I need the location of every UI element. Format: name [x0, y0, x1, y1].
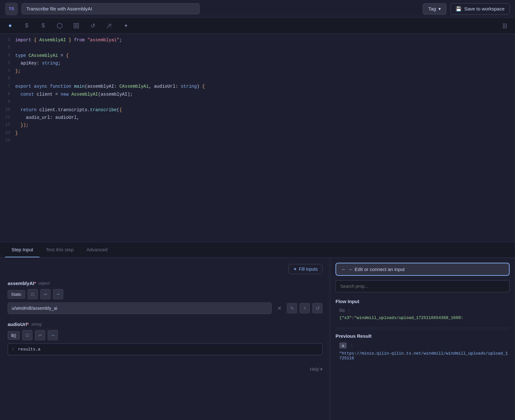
- assembly-ai-text-input[interactable]: [8, 302, 272, 314]
- flow-input-value-row: {"s3":"windmill_uploads/upload_172511665…: [335, 315, 510, 320]
- svg-rect-1: [77, 23, 79, 25]
- topbar-right: Tag ▾ 💾 Save to workspace: [423, 3, 510, 15]
- refresh-icon-btn[interactable]: ↺: [88, 21, 98, 31]
- app-logo: TS: [5, 3, 18, 15]
- code-editor[interactable]: 1 import { AssemblyAI } from "assemblyai…: [0, 34, 515, 242]
- flow-input-file-row: file :: [335, 308, 510, 313]
- audio-url-icon-btn-2[interactable]: ⇌: [35, 330, 45, 340]
- assembly-ai-static-badge: Static: [8, 290, 25, 299]
- wand-small-icon: ✦: [293, 267, 297, 272]
- tag-dropdown[interactable]: Tag ▾: [423, 3, 446, 15]
- tabs-bar: Step Input Test this step Advanced: [0, 242, 515, 258]
- fill-inputs-row: ✦ Fill inputs: [8, 264, 322, 274]
- divider: [335, 328, 510, 328]
- assembly-ai-clear-btn[interactable]: ✕: [274, 303, 284, 313]
- tab-advanced[interactable]: Advanced: [80, 242, 114, 257]
- step-input-content: ✦ Fill inputs assemblyAI* object Static …: [0, 258, 515, 420]
- assembly-ai-text-row: ✕ ✎ + ↺: [8, 302, 322, 314]
- code-line-14: 14: [0, 137, 515, 145]
- tab-test-this-step[interactable]: Test this step: [39, 242, 80, 257]
- sparkle-icon-btn[interactable]: ✦: [121, 21, 131, 31]
- audio-url-icon-btn-1[interactable]: ⊡: [22, 330, 32, 340]
- audio-url-code-linenum: 1: [12, 347, 14, 352]
- arrow-left-icon: ←: [341, 267, 346, 272]
- help-button[interactable]: Help ▾: [310, 367, 322, 372]
- dollar2-icon-btn[interactable]: $: [38, 21, 48, 31]
- svg-rect-2: [74, 26, 76, 28]
- assembly-ai-icon-btn-2[interactable]: ⇌: [40, 289, 51, 299]
- script-title-input[interactable]: [22, 3, 200, 14]
- code-line-9: 9: [0, 98, 515, 106]
- flow-input-value: {"s3":"windmill_uploads/upload_172511665…: [339, 315, 463, 320]
- connect-input-button[interactable]: ← ← Edit or connect an input: [335, 263, 510, 276]
- code-line-10: 10 return client.transcripts.transcribe(…: [0, 106, 515, 114]
- code-line-8: 8 const client = new AssemblyAI(assembly…: [0, 91, 515, 98]
- svg-rect-0: [74, 23, 76, 25]
- code-line-3: 3 type CAssemblyAi = {: [0, 52, 515, 59]
- svg-point-4: [109, 24, 111, 26]
- save-to-workspace-button[interactable]: 💾 Save to workspace: [450, 3, 510, 15]
- assembly-ai-input-group: assemblyAI* object Static ⊡ ⇌ → ✕ ✎: [8, 281, 322, 314]
- audio-url-arrow-btn[interactable]: →: [48, 330, 58, 340]
- previous-result-value: "https://minio.qilin-qilin.ts.net/windmi…: [339, 351, 510, 361]
- code-line-5: 5 };: [0, 67, 515, 75]
- logo-text: TS: [9, 6, 14, 11]
- help-label: Help: [310, 367, 319, 372]
- assembly-ai-label-row: assemblyAI* object: [8, 281, 322, 286]
- code-line-13: 13 }: [0, 129, 515, 137]
- previous-result-badge: a: [339, 342, 347, 349]
- audio-url-required-star: *: [27, 322, 29, 327]
- audio-url-controls-row: ${} ⊡ ⇌ →: [8, 330, 322, 340]
- audio-url-code-area[interactable]: 1 results.a: [8, 343, 322, 355]
- previous-result-title: Previous Result: [335, 333, 510, 339]
- main-layout: 1 import { AssemblyAI } from "assemblyai…: [0, 34, 515, 420]
- cube1-icon-btn[interactable]: [55, 21, 65, 31]
- assembly-ai-plus-btn[interactable]: +: [300, 303, 310, 313]
- search-prop-input[interactable]: [335, 280, 510, 292]
- cube2-icon-btn[interactable]: [71, 21, 81, 31]
- save-label: Save to workspace: [464, 6, 505, 11]
- audio-url-input-group: audioUrl* string ${} ⊡ ⇌ → 1 results.a: [8, 322, 322, 355]
- flow-input-colon: :: [348, 308, 349, 313]
- assembly-ai-controls-row: Static ⊡ ⇌ →: [8, 289, 322, 299]
- svg-rect-3: [77, 26, 79, 28]
- tag-label: Tag: [428, 6, 436, 11]
- previous-result-badge-row: a :: [335, 342, 510, 349]
- topbar: TS Tag ▾ 💾 Save to workspace: [0, 0, 515, 18]
- code-line-7: 7 export async function main(assemblyAI:…: [0, 83, 515, 90]
- code-line-2: 2: [0, 44, 515, 51]
- editor-pane: 1 import { AssemblyAI } from "assemblyai…: [0, 34, 515, 420]
- assembly-ai-required-star: *: [34, 281, 36, 286]
- assembly-ai-icon-btn-1[interactable]: ⊡: [28, 289, 38, 299]
- previous-result-value-row: "https://minio.qilin-qilin.ts.net/windmi…: [335, 351, 510, 361]
- previous-result-colon: :: [351, 342, 352, 348]
- bars-icon-btn[interactable]: |||: [500, 21, 510, 31]
- tab-step-input[interactable]: Step Input: [5, 242, 39, 257]
- step-input-left: ✦ Fill inputs assemblyAI* object Static …: [0, 258, 330, 420]
- audio-url-code-value: results.a: [18, 347, 40, 352]
- audio-url-label-row: audioUrl* string: [8, 322, 322, 327]
- assembly-ai-arrow-btn[interactable]: →: [53, 289, 63, 299]
- dollar1-icon-btn[interactable]: $: [22, 21, 32, 31]
- assembly-ai-refresh-btn[interactable]: ↺: [312, 303, 322, 313]
- code-line-11: 11 audio_url: audioUrl,: [0, 114, 515, 121]
- circle-icon-btn[interactable]: ●: [5, 21, 15, 31]
- icon-toolbar: ● $ $ ↺ ✦ |||: [0, 18, 515, 34]
- code-line-1: 1 import { AssemblyAI } from "assemblyai…: [0, 36, 515, 44]
- code-line-4: 4 apiKey: string;: [0, 59, 515, 67]
- save-icon: 💾: [456, 6, 462, 12]
- chevron-down-icon: ▾: [438, 6, 441, 12]
- wand-icon-btn[interactable]: [104, 21, 114, 31]
- help-row: Help ▾: [8, 363, 322, 372]
- audio-url-type: string: [31, 322, 42, 327]
- bottom-panel: Step Input Test this step Advanced ✦ Fil…: [0, 242, 515, 420]
- code-line-6: 6: [0, 75, 515, 83]
- code-line-12: 12 });: [0, 121, 515, 129]
- assembly-ai-type: object: [38, 281, 50, 286]
- chevron-down-icon-help: ▾: [320, 367, 322, 372]
- fill-inputs-button[interactable]: ✦ Fill inputs: [288, 264, 322, 274]
- audio-url-mode-badge: ${}: [8, 331, 20, 340]
- flow-input-file-key: file: [339, 308, 345, 313]
- assembly-ai-edit-btn[interactable]: ✎: [287, 303, 297, 313]
- connect-input-label: ← Edit or connect an input: [349, 267, 405, 272]
